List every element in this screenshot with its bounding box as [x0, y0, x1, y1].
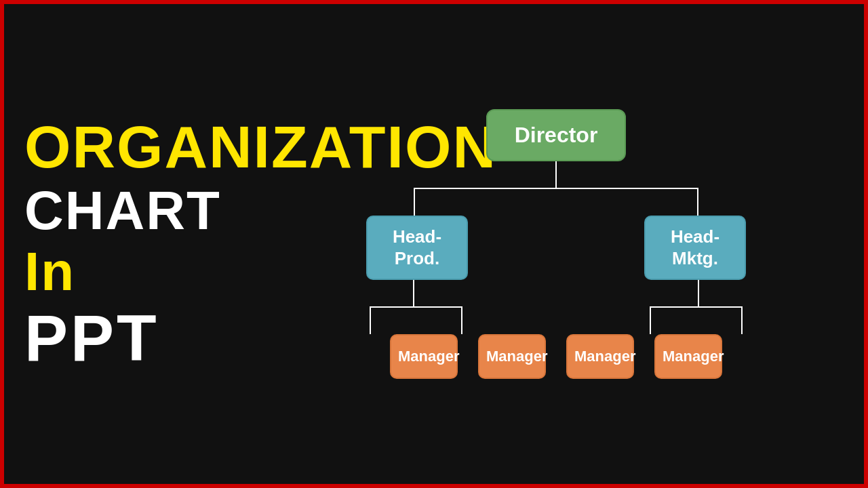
head-mktg-node: Head- Mktg.: [644, 216, 746, 279]
connector-horiz-right: [651, 306, 743, 308]
head-prod-node: Head- Prod.: [366, 216, 468, 279]
manager-node-3: Manager: [566, 334, 634, 379]
org-chart: Director Head- Prod. Head- Mktg.: [359, 109, 753, 378]
director-node: Director: [486, 109, 627, 161]
right-panel: Director Head- Prod. Head- Mktg.: [262, 4, 864, 484]
head-mktg-label-line2: Mktg.: [672, 248, 718, 268]
manager-label-3: Manager: [574, 348, 635, 365]
connector-vert-left-head: [413, 280, 414, 307]
head-prod-label-line1: Head-: [393, 226, 441, 247]
title-in: In: [24, 245, 262, 299]
title-ppt: PPT: [24, 306, 262, 371]
connector-horiz-left: [370, 306, 461, 308]
head-mktg-label-line1: Head-: [671, 226, 719, 247]
manager-label-1: Manager: [398, 348, 459, 365]
title-organization: ORGANIZATION: [24, 117, 262, 177]
manager-node-1: Manager: [390, 334, 458, 379]
connector-drop-right: [697, 188, 698, 216]
level1-director: Director: [486, 109, 627, 161]
connector-horiz: [414, 188, 698, 189]
connector-director-to-heads: [359, 161, 753, 216]
title-chart: CHART: [24, 184, 262, 238]
connector-heads-to-managers: [359, 280, 753, 334]
left-panel: ORGANIZATION CHART In PPT: [4, 4, 262, 484]
connector-drop-right-m1: [650, 306, 651, 334]
manager-node-4: Manager: [654, 334, 722, 379]
connector-drop-left-m2: [461, 306, 462, 334]
level2-heads: Head- Prod. Head- Mktg.: [366, 216, 746, 279]
connector-vert-right-head: [698, 280, 699, 307]
page-container: ORGANIZATION CHART In PPT Director: [0, 0, 868, 488]
connector-drop-right-m2: [741, 306, 743, 334]
connector-vert-top: [555, 161, 557, 188]
manager-label-4: Manager: [663, 348, 724, 365]
director-label: Director: [515, 123, 598, 147]
manager-node-2: Manager: [478, 334, 546, 379]
connector-drop-left: [414, 188, 415, 216]
connector-drop-left-m1: [370, 306, 371, 334]
manager-label-2: Manager: [486, 348, 547, 365]
level3-managers: Manager Manager Manager Manager: [359, 334, 753, 379]
head-prod-label-line2: Prod.: [395, 248, 439, 268]
